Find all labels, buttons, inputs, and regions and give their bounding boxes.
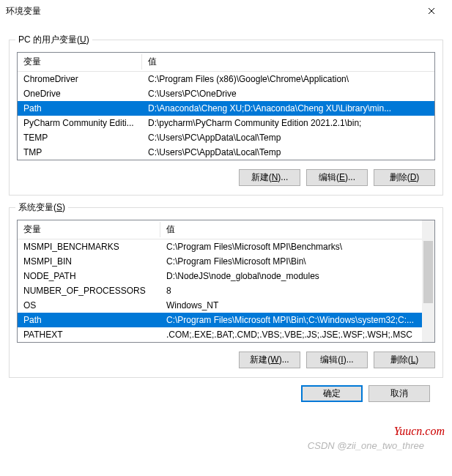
cell-name: PyCharm Community Editi...	[18, 116, 142, 130]
cell-value: C:\Program Files\Microsoft MPI\Benchmark…	[160, 239, 422, 255]
cell-name: MSMPI_BENCHMARKS	[18, 239, 160, 255]
close-button[interactable]	[417, 1, 446, 21]
table-row[interactable]: PathD:\Anaconda\Cheng XU;D:\Anaconda\Che…	[18, 101, 434, 116]
user-vars-table-container: 变量 值 ChromeDriverC:\Program Files (x86)\…	[17, 52, 435, 160]
cell-value: D:\Anaconda\Cheng XU;D:\Anaconda\Cheng X…	[142, 101, 434, 116]
ok-button[interactable]: 确定	[301, 385, 363, 402]
cell-value: C:\Program Files\Microsoft MPI\Bin\;C:\W…	[160, 313, 422, 327]
watermark-csdn: CSDN @zii_one_two_three	[308, 440, 424, 451]
cell-value: C:\Program Files (x86)\Google\Chrome\App…	[142, 72, 434, 87]
cell-value: Windows_NT	[160, 298, 422, 313]
cell-value: C:\Users\PC\AppData\Local\Temp	[142, 130, 434, 145]
col-header-name[interactable]: 变量	[18, 220, 160, 239]
col-header-name[interactable]: 变量	[18, 53, 142, 72]
watermark-site: Yuucn.com	[394, 425, 445, 438]
titlebar: 环境变量	[0, 0, 452, 22]
table-row[interactable]: PyCharm Community Editi...D:\pycharm\PyC…	[18, 116, 434, 130]
col-header-value[interactable]: 值	[160, 220, 422, 239]
close-icon	[428, 7, 435, 15]
cell-value: D:\pycharm\PyCharm Community Edition 202…	[142, 116, 434, 130]
window-title: 环境变量	[6, 5, 417, 18]
cell-name: NUMBER_OF_PROCESSORS	[18, 283, 160, 298]
table-row[interactable]: PathC:\Program Files\Microsoft MPI\Bin\;…	[18, 313, 422, 327]
cell-value: D:\NodeJS\node_global\node_modules	[160, 269, 422, 283]
system-variables-group: 系统变量(S) 变量 值 MSMPI_BENCHMARKSC:\Program …	[9, 207, 443, 378]
cell-name: OneDrive	[18, 86, 142, 101]
cell-name: NODE_PATH	[18, 269, 160, 283]
col-header-value[interactable]: 值	[142, 53, 434, 72]
user-new-button[interactable]: 新建(N)...	[239, 169, 300, 186]
table-row[interactable]: NODE_PATHD:\NodeJS\node_global\node_modu…	[18, 269, 422, 283]
table-row[interactable]: TMPC:\Users\PC\AppData\Local\Temp	[18, 145, 434, 160]
cell-value: C:\Users\PC\OneDrive	[142, 86, 434, 101]
user-edit-button[interactable]: 编辑(E)...	[306, 169, 368, 186]
user-delete-button[interactable]: 删除(D)	[374, 169, 435, 186]
user-variables-group: PC 的用户变量(U) 变量 值 ChromeDriverC:\Program …	[9, 40, 443, 196]
cell-name: PATHEXT	[18, 327, 160, 342]
scrollbar-track[interactable]	[422, 220, 434, 342]
table-row[interactable]: PATHEXT.COM;.EXE;.BAT;.CMD;.VBS;.VBE;.JS…	[18, 327, 422, 342]
table-row[interactable]: NUMBER_OF_PROCESSORS8	[18, 283, 422, 298]
table-row[interactable]: MSMPI_BINC:\Program Files\Microsoft MPI\…	[18, 254, 422, 269]
cell-name: TEMP	[18, 130, 142, 145]
cell-name: TMP	[18, 145, 142, 160]
system-delete-button[interactable]: 删除(L)	[374, 352, 435, 368]
user-vars-label: PC 的用户变量(U)	[15, 34, 92, 46]
system-new-button[interactable]: 新建(W)...	[239, 352, 300, 368]
cell-value: 8	[160, 283, 422, 298]
cell-name: MSMPI_BIN	[18, 254, 160, 269]
system-vars-table-container: 变量 值 MSMPI_BENCHMARKSC:\Program Files\Mi…	[17, 220, 435, 343]
cell-value: C:\Users\PC\AppData\Local\Temp	[142, 145, 434, 160]
cell-name: ChromeDriver	[18, 72, 142, 87]
system-vars-table[interactable]: 变量 值 MSMPI_BENCHMARKSC:\Program Files\Mi…	[18, 220, 422, 342]
user-vars-table[interactable]: 变量 值 ChromeDriverC:\Program Files (x86)\…	[18, 53, 434, 160]
cell-value: C:\Program Files\Microsoft MPI\Bin\	[160, 254, 422, 269]
system-edit-button[interactable]: 编辑(I)...	[306, 352, 368, 368]
cell-value: .COM;.EXE;.BAT;.CMD;.VBS;.VBE;.JS;.JSE;.…	[160, 327, 422, 342]
table-row[interactable]: MSMPI_BENCHMARKSC:\Program Files\Microso…	[18, 239, 422, 255]
table-row[interactable]: TEMPC:\Users\PC\AppData\Local\Temp	[18, 130, 434, 145]
cell-name: Path	[18, 313, 160, 327]
system-vars-label: 系统变量(S)	[15, 201, 68, 214]
cell-name: OS	[18, 298, 160, 313]
cancel-button[interactable]: 取消	[368, 385, 430, 402]
scrollbar-thumb[interactable]	[423, 241, 433, 303]
table-row[interactable]: ChromeDriverC:\Program Files (x86)\Googl…	[18, 72, 434, 87]
cell-name: Path	[18, 101, 142, 116]
table-row[interactable]: OneDriveC:\Users\PC\OneDrive	[18, 86, 434, 101]
table-row[interactable]: OSWindows_NT	[18, 298, 422, 313]
